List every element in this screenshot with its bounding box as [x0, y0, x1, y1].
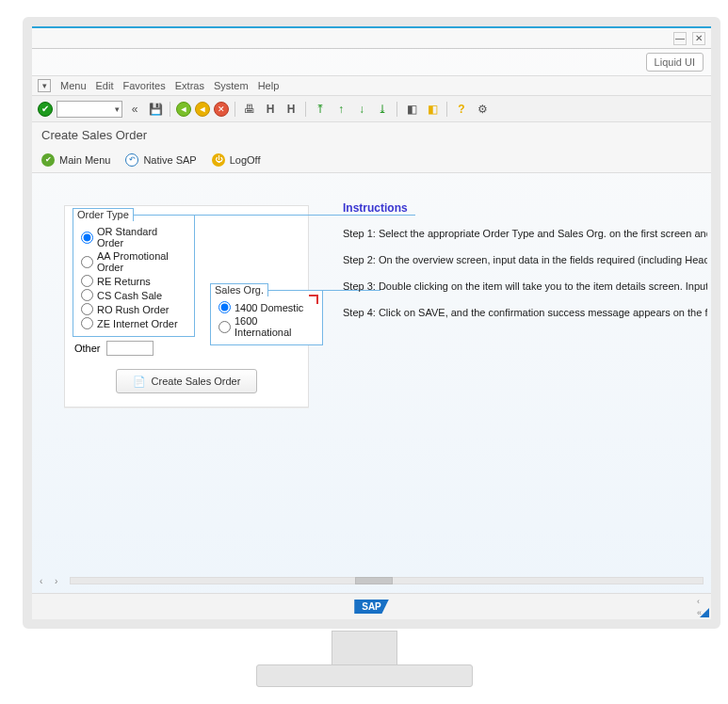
settings-icon[interactable]: ⚙ — [474, 101, 491, 118]
radio-input[interactable] — [218, 301, 231, 313]
menu-collapse-icon[interactable]: ▾ — [38, 79, 51, 92]
order-type-option[interactable]: OR Standard Order — [81, 225, 186, 249]
radio-input[interactable] — [81, 303, 93, 315]
logoff-label: LogOff — [230, 154, 261, 166]
instructions-heading: Instructions — [343, 201, 707, 215]
sub-toolbar: ✔ Main Menu ↶ Native SAP ⏻ LogOff — [32, 147, 711, 173]
undo-icon: ↶ — [125, 153, 138, 167]
menubar: ▾ Menu Edit Favorites Extras System Help — [32, 75, 711, 96]
toolbar: ✔ ▾ « 💾 ◄ ◄ ✕ 🖶 H H ⤒ ↑ ↓ ⤓ ◧ ◧ ? ⚙ — [32, 96, 711, 122]
monitor-frame: — ✕ Liquid UI ▾ Menu Edit Favorites Extr… — [23, 17, 720, 629]
scroll-thumb[interactable] — [355, 577, 393, 584]
last-page-icon[interactable]: ⤓ — [374, 101, 391, 118]
scroll-left-icon[interactable]: ‹ — [40, 576, 51, 586]
print-icon[interactable]: 🖶 — [241, 101, 258, 118]
horizontal-scrollbar[interactable]: ‹ › — [40, 574, 704, 587]
close-button[interactable]: ✕ — [692, 32, 705, 45]
radio-label: AA Promotional Order — [97, 250, 186, 273]
instruction-step: Step 4: Click on SAVE, and the confirmat… — [343, 307, 707, 318]
order-type-legend: Order Type — [73, 208, 134, 221]
order-panel: Order Type OR Standard Order AA Promotio… — [64, 205, 309, 408]
menu-extras[interactable]: Extras — [175, 80, 204, 91]
brand-row: Liquid UI — [32, 49, 711, 75]
screen: — ✕ Liquid UI ▾ Menu Edit Favorites Extr… — [32, 26, 711, 619]
main-menu-button[interactable]: ✔ Main Menu — [41, 153, 110, 167]
sales-org-group: Sales Org. 1400 Domestic 1600 Internatio… — [210, 291, 323, 345]
menu-edit[interactable]: Edit — [96, 80, 114, 91]
instruction-step: Step 2: On the overview screen, input da… — [343, 254, 707, 265]
exit-icon[interactable]: ◄ — [195, 102, 210, 117]
native-sap-button[interactable]: ↶ Native SAP — [125, 153, 196, 167]
first-page-icon[interactable]: ⤒ — [312, 101, 329, 118]
power-icon: ⏻ — [212, 153, 225, 167]
create-sales-order-button[interactable]: 📄 Create Sales Order — [116, 369, 257, 393]
work-area: Order Type OR Standard Order AA Promotio… — [32, 173, 711, 619]
required-icon — [309, 295, 318, 304]
sales-org-option[interactable]: 1400 Domestic — [218, 300, 315, 314]
radio-label: RE Returns — [97, 276, 151, 287]
command-field[interactable]: ▾ — [57, 101, 122, 118]
save-icon[interactable]: 💾 — [147, 101, 164, 118]
sales-org-option[interactable]: 1600 International — [218, 314, 315, 339]
radio-label: OR Standard Order — [97, 226, 186, 248]
order-type-option[interactable]: CS Cash Sale — [81, 288, 186, 302]
instructions-panel: Instructions Step 1: Select the appropri… — [343, 201, 707, 333]
other-input[interactable] — [106, 341, 154, 356]
radio-label: RO Rush Order — [97, 304, 169, 315]
separator — [235, 102, 235, 117]
document-icon: 📄 — [133, 376, 146, 388]
history-back-icon[interactable]: « — [126, 101, 143, 118]
find-next-icon[interactable]: H — [283, 101, 299, 118]
radio-label: 1400 Domestic — [235, 302, 303, 313]
help-icon[interactable]: ? — [453, 101, 470, 118]
menu-favorites[interactable]: Favorites — [123, 80, 166, 91]
menu-system[interactable]: System — [214, 80, 249, 91]
radio-input[interactable] — [81, 256, 93, 268]
logoff-button[interactable]: ⏻ LogOff — [212, 153, 261, 167]
radio-input[interactable] — [81, 317, 93, 329]
create-button-label: Create Sales Order — [152, 376, 241, 387]
check-icon: ✔ — [41, 153, 55, 167]
minimize-button[interactable]: — — [673, 32, 687, 45]
chevron-down-icon: ▾ — [115, 104, 120, 114]
prev-page-icon[interactable]: ↑ — [332, 101, 349, 118]
resize-corner-icon[interactable] — [700, 608, 709, 617]
radio-input[interactable] — [81, 232, 93, 244]
separator — [305, 102, 306, 117]
monitor-stand — [256, 631, 473, 696]
radio-input[interactable] — [81, 275, 93, 287]
enter-icon[interactable]: ✔ — [38, 102, 53, 117]
next-page-icon[interactable]: ↓ — [353, 101, 370, 118]
status-bar: SAP ‹« — [32, 593, 711, 619]
radio-label: CS Cash Sale — [97, 290, 162, 301]
menu-menu[interactable]: Menu — [60, 80, 87, 91]
find-icon[interactable]: H — [262, 101, 279, 118]
order-type-option[interactable]: ZE Internet Order — [81, 316, 186, 330]
order-type-option[interactable]: AA Promotional Order — [81, 249, 186, 274]
menu-help[interactable]: Help — [258, 80, 280, 91]
separator — [446, 102, 447, 117]
liquid-ui-button[interactable]: Liquid UI — [646, 53, 704, 72]
order-type-option[interactable]: RO Rush Order — [81, 302, 186, 316]
radio-input[interactable] — [218, 321, 231, 333]
native-sap-label: Native SAP — [143, 154, 196, 166]
radio-label: 1600 International — [235, 315, 315, 338]
new-session-icon[interactable]: ◧ — [403, 101, 420, 118]
instruction-step: Step 3: Double clicking on the item will… — [343, 280, 707, 292]
back-icon[interactable]: ◄ — [176, 102, 191, 117]
scroll-track[interactable] — [70, 577, 704, 584]
separator — [170, 102, 170, 117]
scroll-right-icon[interactable]: › — [55, 576, 66, 586]
separator — [396, 102, 397, 117]
radio-input[interactable] — [81, 289, 93, 301]
shortcut-icon[interactable]: ◧ — [424, 101, 441, 118]
instruction-step: Step 1: Select the appropriate Order Typ… — [343, 228, 707, 239]
order-type-group: Order Type OR Standard Order AA Promotio… — [73, 216, 195, 337]
main-menu-label: Main Menu — [59, 154, 110, 166]
order-type-option[interactable]: RE Returns — [81, 274, 186, 288]
window-titlebar: — ✕ — [32, 26, 711, 49]
sap-logo: SAP — [354, 600, 389, 614]
cancel-icon[interactable]: ✕ — [214, 102, 229, 117]
radio-label: ZE Internet Order — [97, 318, 178, 329]
other-label: Other — [74, 343, 101, 354]
